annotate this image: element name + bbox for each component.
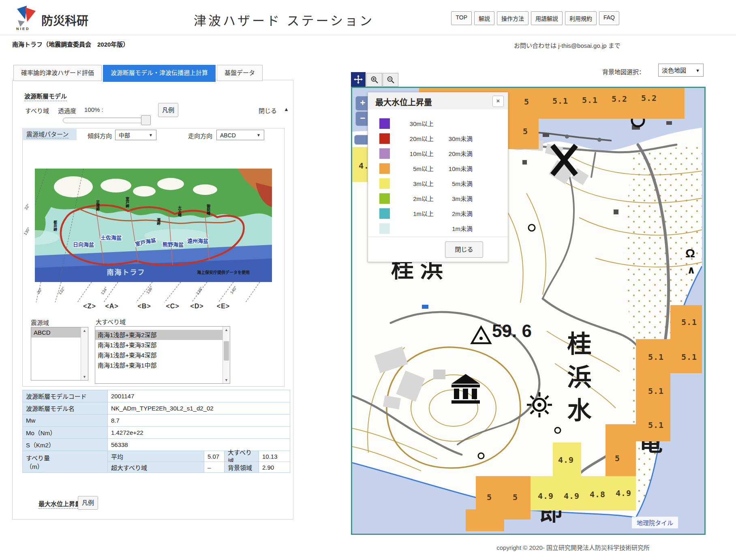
tab-bar: 確率論的津波ハザード評価波源断層モデル・津波伝播遡上計算基盤データ: [13, 65, 263, 82]
svg-text:136°: 136°: [145, 285, 154, 295]
nav-button-操作方法[interactable]: 操作方法: [497, 11, 528, 25]
legend-swatch: [379, 118, 390, 129]
nied-logo[interactable]: [15, 5, 37, 28]
close-icon[interactable]: ×: [492, 96, 504, 107]
nav-button-top[interactable]: TOP: [451, 11, 472, 25]
legend-item: 1m未満: [368, 221, 508, 236]
divider: [368, 237, 508, 237]
scrollbar[interactable]: ▲ ▼: [81, 327, 88, 380]
svg-text:遠州海盆: 遠州海盆: [187, 238, 209, 244]
basemap-select[interactable]: 淡色地図▼: [658, 64, 704, 77]
svg-text:土佐海盆: 土佐海盆: [101, 235, 122, 241]
table-subrow: 平均5.07大すべり域10.13: [108, 451, 290, 462]
zoom-in-button[interactable]: [366, 73, 382, 87]
opacity-slider-track[interactable]: [63, 118, 150, 123]
nav-button-用語解説[interactable]: 用語解説: [531, 11, 563, 25]
list-item[interactable]: 南海1浅部+東海2深部: [95, 330, 223, 340]
source-region-label: 震源域: [31, 318, 49, 327]
nav-button-利用規約[interactable]: 利用規約: [565, 11, 597, 25]
table-row: 波源断層モデルコード2001147: [23, 390, 290, 402]
nied-logo-sub: NIED: [16, 27, 30, 31]
legend-range-high: 10m未満: [434, 164, 473, 173]
legend-range-high: 30m未満: [434, 134, 473, 143]
table-row: 波源断層モデル名NK_ADm_TYPE2Eh_30L2_s1_d2_02: [23, 402, 290, 415]
map-legend-panel: 最大水位上昇量 × 30m以上20m以上30m未満10m以上20m未満5m以上1…: [368, 92, 508, 262]
svg-text:138°: 138°: [195, 286, 204, 295]
overlay-value: 4.8: [590, 489, 605, 499]
lighthouse-icon: [527, 392, 552, 417]
header: NIED 防災科研 津波ハザード ステーション TOP解説操作方法用語解説利用規…: [0, 0, 736, 35]
svg-text:南海トラフ: 南海トラフ: [107, 268, 145, 276]
segment-label: <C>: [166, 303, 179, 310]
table-label: すべり量（m）: [23, 451, 108, 473]
overlay-value: 4.9: [564, 491, 580, 501]
legend-swatch: [379, 163, 390, 174]
basemap-select-label: 背景地図選択：: [602, 67, 645, 76]
tab[interactable]: 確率論的津波ハザード評価: [13, 65, 102, 81]
overlay-value: 5.1: [648, 352, 664, 362]
zoom-out-button[interactable]: [383, 73, 398, 87]
tab[interactable]: 基盤データ: [217, 65, 263, 81]
legend-range-high: 1m未満: [434, 224, 473, 233]
legend-swatch: [379, 223, 390, 234]
scroll-down-icon[interactable]: ▼: [81, 374, 88, 380]
svg-text:熊野海盆: 熊野海盆: [163, 242, 184, 248]
svg-text:日向海盆: 日向海盆: [73, 242, 94, 248]
lat-tick: 32°: [24, 203, 30, 211]
model-info-table: 波源断層モデルコード2001147波源断層モデル名NK_ADm_TYPE2Eh_…: [22, 390, 290, 473]
map-viewport[interactable]: Ω ∧ 桂浜59. 6桂浜水下竜即 55.15.15.25.254.85.15.…: [351, 87, 706, 535]
slip-legend-button[interactable]: 凡例: [158, 103, 178, 117]
opacity-slider-thumb[interactable]: [141, 115, 151, 125]
list-item[interactable]: 南海1浅部+東海1中部: [95, 360, 223, 370]
scrollbar[interactable]: ▲ ▼: [223, 327, 230, 383]
list-item[interactable]: 南海1浅部+東海3深部: [95, 340, 223, 350]
legend-header: 最大水位上昇量 ×: [368, 92, 508, 109]
table-label: Mw: [23, 415, 108, 427]
svg-text:御前崎: 御前崎: [206, 204, 211, 216]
map-attribution[interactable]: 地理院タイル: [632, 517, 678, 528]
list-item[interactable]: ABCD: [31, 327, 81, 338]
page-title: 津波ハザード ステーション: [194, 11, 374, 29]
legend-swatch: [379, 193, 390, 204]
scroll-thumb[interactable]: [224, 341, 229, 361]
scroll-up-icon[interactable]: ▲: [81, 327, 88, 334]
scroll-up-icon[interactable]: ▲: [223, 327, 230, 333]
large-slip-listbox[interactable]: 南海1浅部+東海2深部南海1浅部+東海3深部南海1浅部+東海4深部南海1浅部+東…: [95, 326, 230, 384]
legend-close-button[interactable]: 閉じる: [445, 242, 483, 258]
scroll-down-icon[interactable]: ▼: [223, 377, 230, 383]
overlay-value: 5: [513, 492, 518, 502]
slip-sub-label: 超大すべり域: [108, 462, 204, 473]
legend-item: 3m以上5m未満: [368, 176, 508, 191]
legend-range-low: 20m以上: [390, 134, 434, 143]
list-item[interactable]: 南海1浅部+東海4深部: [95, 350, 223, 360]
source-pattern-title: 震源域パターン: [23, 129, 77, 140]
overlay-value: 5: [523, 126, 528, 136]
source-region-listbox[interactable]: ABCD ▲ ▼: [31, 327, 88, 380]
legend-item: 2m以上3m未満: [368, 191, 508, 206]
overlay-value: 4.9: [616, 488, 631, 498]
copyright-text: copyright © 2020- 国立研究開発法人防災科学技術研究所: [496, 543, 650, 551]
strike-direction-select[interactable]: ABCD▼: [216, 130, 264, 140]
overlay-value: 5.1: [582, 95, 598, 105]
overlay-value: 5.2: [612, 94, 627, 104]
overlay-value: 5.1: [648, 386, 664, 396]
table-value: 8.7: [108, 415, 290, 427]
section-close-button[interactable]: 閉じる: [259, 106, 277, 115]
max-rise-legend-button[interactable]: 凡例: [78, 496, 98, 510]
legend-swatch: [379, 178, 390, 189]
pan-tool-button[interactable]: [351, 72, 366, 87]
map-symbol-caret: ∧: [687, 264, 695, 276]
slip-sub-label: 大すべり域: [225, 451, 259, 462]
table-label: S（Km2）: [23, 439, 108, 451]
legend-item: 10m以上20m未満: [368, 146, 508, 161]
segment-label: <A>: [105, 303, 118, 310]
zoom-out-icon: [387, 76, 395, 84]
tab[interactable]: 波源断層モデル・津波伝播遡上計算: [103, 65, 216, 82]
strike-direction-label: 走向方向: [188, 131, 212, 140]
collapse-arrow-icon[interactable]: ▲: [284, 106, 289, 112]
nav-button-解説[interactable]: 解説: [474, 11, 494, 25]
nav-button-faq[interactable]: FAQ: [599, 11, 619, 25]
dip-direction-select[interactable]: 中部▼: [115, 130, 156, 140]
svg-text:足摺岬: 足摺岬: [96, 200, 100, 212]
svg-text:潮岬: 潮岬: [156, 218, 160, 226]
